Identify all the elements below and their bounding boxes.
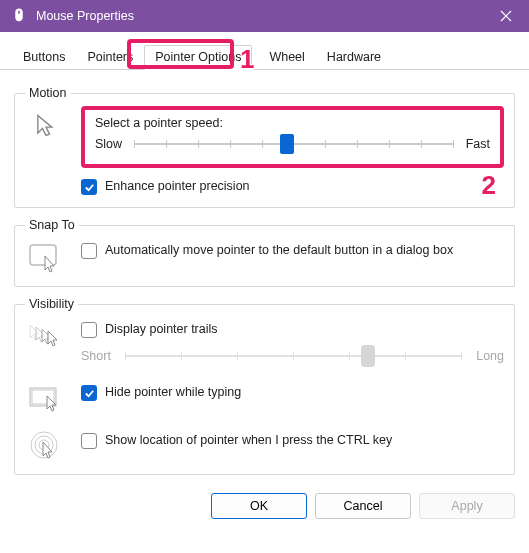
- pointer-trails-slider: [125, 346, 462, 366]
- dialog-buttons: OK Cancel Apply: [0, 487, 529, 531]
- title-bar: Mouse Properties: [0, 0, 529, 32]
- enhance-precision-label: Enhance pointer precision: [105, 178, 250, 195]
- hide-pointer-checkbox[interactable]: [81, 385, 97, 401]
- close-button[interactable]: [483, 0, 529, 32]
- apply-button: Apply: [419, 493, 515, 519]
- tab-strip: Buttons Pointers Pointer Options Wheel H…: [0, 32, 529, 70]
- group-motion: Motion Select a pointer speed: Slow Fast: [14, 86, 515, 208]
- svg-rect-0: [30, 245, 56, 265]
- pointer-trails-checkbox[interactable]: [81, 322, 97, 338]
- ctrl-locate-checkbox[interactable]: [81, 433, 97, 449]
- tab-wheel[interactable]: Wheel: [258, 45, 315, 70]
- group-snap-to: Snap To Automatically move pointer to th…: [14, 218, 515, 287]
- ctrl-locate-icon: [25, 426, 67, 462]
- slow-label: Slow: [95, 137, 122, 151]
- group-visibility-legend: Visibility: [25, 297, 78, 311]
- ok-button[interactable]: OK: [211, 493, 307, 519]
- snap-to-checkbox[interactable]: [81, 243, 97, 259]
- tab-buttons[interactable]: Buttons: [12, 45, 76, 70]
- pointer-speed-label: Select a pointer speed:: [95, 116, 490, 130]
- fast-label: Fast: [466, 137, 490, 151]
- short-label: Short: [81, 349, 111, 363]
- window-title: Mouse Properties: [36, 9, 483, 23]
- pointer-speed-slider[interactable]: [134, 134, 454, 154]
- hide-pointer-icon: [25, 380, 67, 412]
- pointer-trails-label: Display pointer trails: [105, 321, 218, 338]
- pointer-trails-icon: [25, 319, 67, 351]
- group-snap-to-legend: Snap To: [25, 218, 79, 232]
- tab-pointers[interactable]: Pointers: [76, 45, 144, 70]
- snap-to-icon: [25, 240, 67, 274]
- annotation-highlight-speed: Select a pointer speed: Slow Fast: [81, 106, 504, 168]
- long-label: Long: [476, 349, 504, 363]
- hide-pointer-label: Hide pointer while typing: [105, 384, 241, 401]
- mouse-icon: [10, 7, 28, 25]
- tab-content: Motion Select a pointer speed: Slow Fast: [0, 70, 529, 487]
- ctrl-locate-label: Show location of pointer when I press th…: [105, 432, 392, 449]
- group-visibility: Visibility Display pointer trails Short: [14, 297, 515, 475]
- group-motion-legend: Motion: [25, 86, 71, 100]
- pointer-icon: [25, 108, 67, 140]
- cancel-button[interactable]: Cancel: [315, 493, 411, 519]
- tab-hardware[interactable]: Hardware: [316, 45, 392, 70]
- snap-to-label: Automatically move pointer to the defaul…: [105, 242, 453, 259]
- enhance-precision-checkbox[interactable]: [81, 179, 97, 195]
- tab-pointer-options[interactable]: Pointer Options: [144, 45, 252, 70]
